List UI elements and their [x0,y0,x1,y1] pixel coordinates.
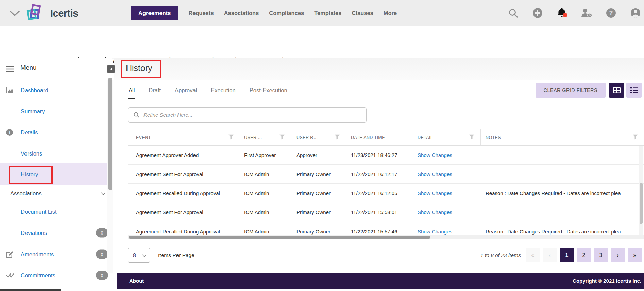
icertis-logo-icon[interactable] [27,4,44,22]
nav-item-clauses[interactable]: Clauses [352,10,373,16]
sidebar-scrollbar-thumb[interactable] [108,78,112,190]
table-row: Agreement Recalled During ApprovalICM Ad… [128,184,644,203]
filter-icon[interactable] [228,134,234,140]
column-header-event[interactable]: EVENT [128,129,240,145]
date-time-cell: 11/22/2021 15:57:46 [346,222,413,235]
column-label: DETAIL [418,135,433,140]
grid-body: Agreement Approver AddedFirst ApproverAp… [128,146,644,235]
items-per-page-select[interactable]: 8 [128,248,150,263]
event-cell: Agreement Recalled During Approval [128,222,240,235]
nav-item-compliances[interactable]: Compliances [269,10,304,16]
account-icon[interactable] [630,7,641,19]
date-time-cell: 11/22/2021 15:58:01 [346,203,413,222]
sidebar-item-deviations[interactable]: Deviations 0 [0,224,112,241]
tab-post-execution[interactable]: Post-Execution [249,84,288,99]
notifications-bell-icon[interactable] [556,7,568,19]
search-icon[interactable] [507,7,519,19]
sidebar-item-label: Deviations [21,230,47,236]
date-time-cell: 11/22/2021 16:12:05 [346,184,413,203]
grid-horizontal-scrollbar-thumb[interactable] [129,236,430,239]
last-page-button[interactable]: » [628,248,642,262]
column-header-notes[interactable]: NOTES [481,129,644,145]
detail-cell: Show Changes [413,146,481,164]
pagination-range-label: 1 to 8 of 23 items [480,252,521,258]
show-changes-link[interactable]: Show Changes [418,190,452,196]
menu-label: Menu [20,64,37,71]
next-page-button[interactable]: › [611,248,625,262]
column-label: USER … [244,135,262,140]
sidebar-item-details[interactable]: i Details [0,124,112,141]
nav-item-agreements[interactable]: Agreements [131,6,178,20]
add-icon[interactable] [532,7,543,19]
info-icon: i [6,129,14,136]
grid-view-toggle[interactable] [609,83,624,98]
sidebar-item-dashboard[interactable]: Dashboard [0,82,112,99]
date-time-cell: 11/23/2021 18:46:27 [346,146,413,164]
filter-icon[interactable] [469,134,474,140]
sidebar-item-commitments[interactable]: Commitments 0 [0,267,112,284]
sidebar-collapse-button[interactable] [107,65,115,73]
tab-approval[interactable]: Approval [174,84,198,99]
sidebar-item-label: Versions [21,150,42,157]
nav-item-more[interactable]: More [384,10,397,16]
column-header-user-role[interactable]: USER R… [291,129,346,145]
notes-cell: Reason : Date Changes Required - Dates a… [481,222,644,235]
show-changes-link[interactable]: Show Changes [418,229,452,235]
show-changes-link[interactable]: Show Changes [418,152,452,158]
tab-draft[interactable]: Draft [148,84,162,99]
tab-all[interactable]: All [128,84,135,99]
hamburger-menu-icon[interactable] [6,66,14,74]
column-header-user[interactable]: USER … [240,129,291,145]
filter-icon[interactable] [279,134,285,140]
page-header: Agreements / Automation Basic Agreement_… [0,26,644,58]
first-page-button[interactable]: « [526,248,540,262]
column-header-date-and-time[interactable]: DATE AND TIME [346,129,413,145]
filter-icon[interactable] [335,134,340,140]
list-view-toggle[interactable] [626,83,642,98]
sidebar-item-label: Commitments [21,272,55,279]
nav-item-templates[interactable]: Templates [314,10,341,16]
grid-vertical-scrollbar-thumb[interactable] [640,183,643,224]
page-bottom-strip [0,289,644,291]
items-per-page-label: Items Per Page [158,252,194,258]
user-delegation-icon[interactable] [581,7,592,19]
date-time-cell: 11/22/2021 16:12:17 [346,165,413,183]
detail-cell: Show Changes [413,184,481,203]
grid-horizontal-scrollbar[interactable] [128,235,644,239]
help-icon[interactable]: ? [605,7,617,19]
dashboard-icon [6,87,14,93]
about-link[interactable]: About [129,278,144,284]
previous-page-button[interactable]: ‹ [543,248,557,262]
column-header-detail[interactable]: DETAIL [413,129,481,145]
nav-item-requests[interactable]: Requests [188,10,214,16]
sidebar-item-history[interactable]: History [0,163,112,185]
user-name-cell: ICM Admin [240,184,291,203]
sidebar-item-amendments[interactable]: Amendments 0 [0,246,112,263]
sidebar-item-summary[interactable]: Summary [0,103,112,120]
page-horizontal-scrollbar-thumb[interactable] [0,289,61,291]
top-bar: Icertis Agreements Requests Associations… [0,0,644,26]
sidebar-item-label: Document List [21,209,56,215]
column-label: EVENT [136,135,151,140]
search-input[interactable] [143,112,366,118]
tab-execution[interactable]: Execution [210,84,236,99]
show-changes-link[interactable]: Show Changes [418,209,452,215]
amendments-count-badge: 0 [96,250,108,259]
page-button-1[interactable]: 1 [560,248,574,262]
sidebar-item-document-list[interactable]: Document List [0,203,112,220]
page-button-2[interactable]: 2 [577,248,591,262]
grid-vertical-scrollbar[interactable] [639,146,643,235]
show-changes-link[interactable]: Show Changes [418,171,452,177]
brand-name: Icertis [50,8,78,19]
sidebar-item-versions[interactable]: Versions [0,145,112,162]
filter-icon[interactable] [633,134,638,140]
nav-item-associations[interactable]: Associations [224,10,259,16]
sidebar-section-associations[interactable]: Associations [0,185,112,201]
page-button-3[interactable]: 3 [594,248,608,262]
user-name-cell: First Approver [240,146,291,164]
clear-grid-filters-button[interactable]: CLEAR GRID FILTERS [536,83,606,98]
chevron-down-icon[interactable] [10,11,20,16]
sidebar-item-label: History [21,171,38,177]
sidebar-menu-header: Menu [0,58,112,80]
table-row: Agreement Sent For ApprovalICM AdminPrim… [128,203,644,222]
